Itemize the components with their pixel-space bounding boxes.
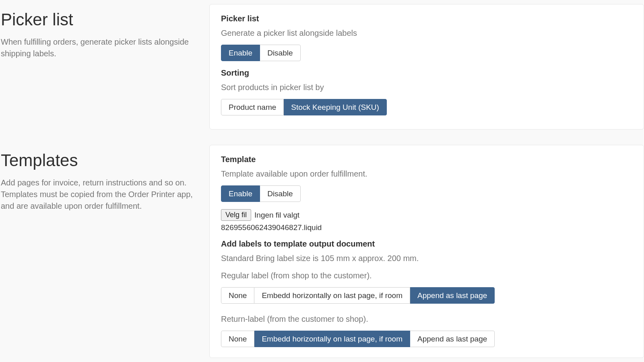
return-none-button[interactable]: None <box>221 331 254 347</box>
sorting-toggle-group: Product name Stock Keeping Unit (SKU) <box>221 99 387 115</box>
file-status-text: Ingen fil valgt <box>254 211 299 220</box>
picker-list-toggle-group: Enable Disable <box>221 45 301 61</box>
file-input-row: Velg fil Ingen fil valgt <box>221 209 632 221</box>
sorting-heading: Sorting <box>221 68 632 78</box>
picker-list-description: When fulfilling orders, generate picker … <box>1 36 194 60</box>
return-label-group: None Embedd horizontally on last page, i… <box>221 331 495 347</box>
regular-append-button[interactable]: Append as last page <box>410 287 495 304</box>
templates-intro: Templates Add pages for invoice, return … <box>0 141 209 212</box>
regular-label-group: None Embedd horizontally on last page, i… <box>221 287 495 304</box>
choose-file-button[interactable]: Velg fil <box>221 209 251 221</box>
picker-enable-button[interactable]: Enable <box>221 45 260 61</box>
picker-disable-button[interactable]: Disable <box>260 45 300 61</box>
sort-product-name-button[interactable]: Product name <box>221 99 284 115</box>
picker-list-heading: Picker list <box>1 10 200 29</box>
labels-size-subtext: Standard Bring label size is 105 mm x ap… <box>221 253 632 264</box>
regular-embed-button[interactable]: Embedd horizontally on last page, if roo… <box>254 287 410 304</box>
section-templates: Templates Add pages for invoice, return … <box>0 141 644 358</box>
return-label-subtext: Return-label (from the customer to shop)… <box>221 313 632 325</box>
return-append-button[interactable]: Append as last page <box>410 331 495 347</box>
templates-card: Template Template available upon order f… <box>209 145 644 358</box>
return-embed-button[interactable]: Embedd horizontally on last page, if roo… <box>254 331 410 347</box>
template-toggle-group: Enable Disable <box>221 185 301 202</box>
regular-none-button[interactable]: None <box>221 287 254 304</box>
template-disable-button[interactable]: Disable <box>260 185 300 202</box>
template-card-subtext: Template available upon order fulfillmen… <box>221 168 632 180</box>
templates-heading: Templates <box>1 151 200 170</box>
file-name-text: 8269556062439046827.liquid <box>221 223 632 232</box>
picker-list-card: Picker list Generate a picker list along… <box>209 4 644 130</box>
sorting-subtext: Sort products in picker list by <box>221 82 632 93</box>
sort-sku-button[interactable]: Stock Keeping Unit (SKU) <box>284 99 387 115</box>
labels-heading: Add labels to template output document <box>221 239 632 249</box>
picker-list-card-subtext: Generate a picker list alongside labels <box>221 27 632 39</box>
picker-list-right: Picker list Generate a picker list along… <box>209 0 644 130</box>
section-picker-list: Picker list When fulfilling orders, gene… <box>0 0 644 130</box>
templates-right: Template Template available upon order f… <box>209 141 644 358</box>
templates-description: Add pages for invoice, return instructio… <box>1 177 194 212</box>
picker-list-card-heading: Picker list <box>221 14 632 23</box>
template-enable-button[interactable]: Enable <box>221 185 260 202</box>
regular-label-subtext: Regular label (from shop to the customer… <box>221 270 632 282</box>
template-card-heading: Template <box>221 155 632 164</box>
picker-list-intro: Picker list When fulfilling orders, gene… <box>0 0 209 60</box>
